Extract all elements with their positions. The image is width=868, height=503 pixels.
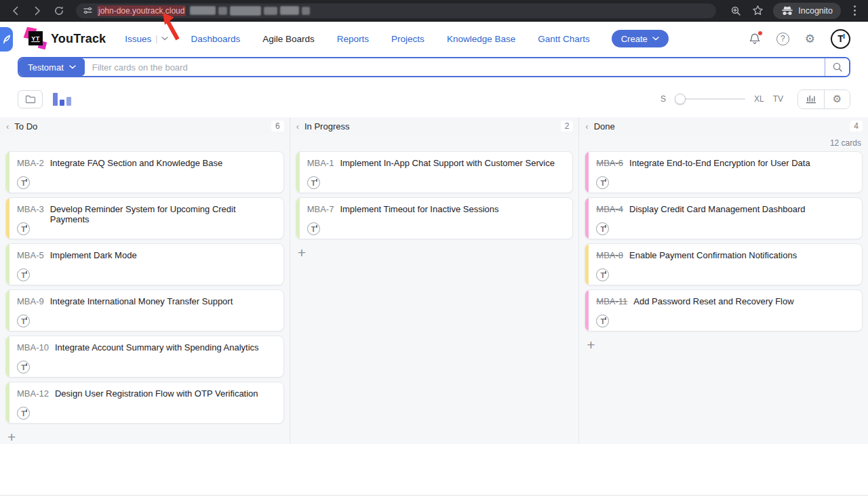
backlog-folder-button[interactable]: [18, 90, 43, 108]
card-MBA-6[interactable]: MBA-6Integrate End-to-End Encryption for…: [585, 151, 863, 193]
back-icon[interactable]: [7, 2, 24, 20]
assignee-avatar[interactable]: T: [17, 407, 30, 420]
edge-panel-tab[interactable]: [0, 27, 13, 52]
card-id[interactable]: MBA-7: [307, 204, 334, 214]
card-MBA-9[interactable]: MBA-9Integrate International Money Trans…: [5, 289, 284, 331]
card-id[interactable]: MBA-5: [17, 250, 44, 260]
card-id[interactable]: MBA-8: [596, 250, 623, 260]
assignee-avatar[interactable]: T: [307, 222, 320, 235]
assignee-avatar[interactable]: T: [596, 222, 609, 235]
chevron-down-icon: [69, 65, 76, 69]
add-card-button[interactable]: +: [296, 243, 311, 260]
card-row: MBA-12Design User Registration Flow with…: [6, 382, 283, 399]
assignee-avatar[interactable]: T: [17, 222, 30, 235]
card-MBA-10[interactable]: MBA-10Integrate Account Summary with Spe…: [5, 336, 284, 378]
add-card-button[interactable]: +: [5, 428, 20, 444]
card-title: Implement In-App Chat Support with Custo…: [340, 158, 554, 168]
card-row: MBA-7Implement Timeout for Inactive Sess…: [296, 198, 573, 214]
column-header-to-do[interactable]: ‹To Do6: [0, 117, 290, 135]
assignee-avatar[interactable]: T: [596, 268, 609, 281]
card-MBA-2[interactable]: MBA-2Integrate FAQ Section and Knowledge…: [5, 151, 284, 193]
card-MBA-3[interactable]: MBA-3Develop Reminder System for Upcomin…: [5, 197, 284, 239]
column-header-done[interactable]: ‹Done4: [578, 117, 868, 135]
card-size-min-label: S: [660, 94, 666, 104]
forward-icon[interactable]: [28, 2, 46, 20]
assignee-avatar[interactable]: T: [596, 176, 609, 189]
create-button[interactable]: Create: [612, 30, 669, 47]
assignee-avatar[interactable]: T: [17, 361, 30, 374]
card-id[interactable]: MBA-10: [17, 342, 49, 353]
column-title: In Progress: [304, 121, 349, 132]
card-id[interactable]: MBA-12: [17, 388, 49, 399]
notifications-bell-icon[interactable]: [749, 33, 761, 45]
card-id[interactable]: MBA-3: [17, 204, 44, 214]
assignee-avatar[interactable]: T: [17, 268, 30, 281]
slider-knob[interactable]: [675, 94, 686, 104]
card-row: MBA-10Integrate Account Summary with Spe…: [6, 336, 283, 353]
nav-item-knowledge-base[interactable]: Knowledge Base: [447, 34, 515, 44]
card-color-strip: [296, 152, 300, 193]
column-headers: ‹To Do6‹In Progress2‹Done4: [0, 117, 868, 135]
column-header-in-progress[interactable]: ‹In Progress2: [290, 117, 579, 135]
card-id[interactable]: MBA-6: [596, 158, 623, 168]
nav-item-label: Knowledge Base: [447, 34, 515, 44]
product-name: YouTrack: [51, 32, 106, 46]
address-bar[interactable]: john-doe.youtrack.cloud: [76, 3, 716, 18]
card-id[interactable]: MBA-4: [596, 204, 623, 214]
card-MBA-12[interactable]: MBA-12Design User Registration Flow with…: [5, 382, 284, 424]
card-id[interactable]: MBA-1: [307, 158, 334, 168]
board-settings-button[interactable]: ⚙: [824, 90, 850, 108]
nav-item-reports[interactable]: Reports: [337, 34, 369, 44]
view-controls: S XL TV ⚙: [18, 89, 850, 108]
collapse-column-icon[interactable]: ‹: [585, 121, 588, 132]
help-icon[interactable]: ?: [776, 33, 789, 45]
assignee-avatar[interactable]: T: [17, 315, 30, 327]
browser-menu-icon[interactable]: [848, 2, 861, 20]
filter-cards-input[interactable]: [85, 58, 825, 76]
nav-item-agile-boards[interactable]: Agile Boards: [262, 34, 315, 44]
chevron-down-icon[interactable]: [161, 37, 168, 41]
tv-mode-label[interactable]: TV: [773, 94, 783, 104]
chart-button[interactable]: [798, 90, 824, 108]
user-avatar[interactable]: T: [831, 29, 850, 49]
settings-gear-icon[interactable]: ⚙: [805, 33, 815, 45]
card-title: Enable Payment Confirmation Notification…: [629, 250, 797, 260]
card-id[interactable]: MBA-2: [17, 158, 44, 168]
card-MBA-7[interactable]: MBA-7Implement Timeout for Inactive Sess…: [296, 197, 574, 239]
card-MBA-8[interactable]: MBA-8Enable Payment Confirmation Notific…: [585, 243, 863, 285]
reload-icon[interactable]: [50, 2, 68, 20]
card-MBA-5[interactable]: MBA-5Implement Dark ModeT: [5, 243, 284, 285]
assignee-avatar[interactable]: T: [307, 176, 320, 189]
board-filter-bar: Testomat: [18, 57, 850, 77]
column-count-badge: 2: [561, 121, 574, 132]
add-card-button[interactable]: +: [585, 336, 599, 352]
incognito-badge[interactable]: Incognito: [773, 3, 841, 19]
board-selector-button[interactable]: Testomat: [19, 58, 85, 76]
nav-item-label: Dashboards: [191, 34, 240, 44]
assignee-avatar[interactable]: T: [596, 315, 609, 327]
nav-item-projects[interactable]: Projects: [391, 34, 425, 44]
incognito-label: Incognito: [798, 6, 833, 16]
collapse-column-icon[interactable]: ‹: [296, 121, 299, 132]
chart-view-toggle-icon[interactable]: [53, 93, 71, 106]
bookmark-star-icon[interactable]: [749, 2, 766, 20]
card-MBA-4[interactable]: MBA-4Display Credit Card Management Dash…: [585, 197, 863, 239]
youtrack-logo[interactable]: YT: [27, 30, 45, 47]
card-size-slider[interactable]: [675, 94, 745, 104]
assignee-avatar[interactable]: T: [17, 176, 30, 189]
card-color-strip: [585, 244, 589, 285]
card-id[interactable]: MBA-11: [596, 296, 627, 306]
card-id[interactable]: MBA-9: [17, 296, 44, 306]
card-MBA-1[interactable]: MBA-1Implement In-App Chat Support with …: [296, 151, 574, 193]
nav-item-issues[interactable]: Issues|: [125, 34, 168, 44]
card-MBA-11[interactable]: MBA-11Add Password Reset and Recovery Fl…: [585, 289, 863, 331]
nav-item-label: Projects: [391, 34, 425, 44]
site-info-icon[interactable]: [83, 5, 93, 16]
redacted-url-segment: [190, 6, 310, 16]
url-text[interactable]: john-doe.youtrack.cloud: [97, 5, 186, 16]
nav-item-gantt-charts[interactable]: Gantt Charts: [538, 34, 590, 44]
nav-item-dashboards[interactable]: Dashboards: [191, 34, 240, 44]
collapse-column-icon[interactable]: ‹: [6, 121, 9, 132]
search-button[interactable]: [825, 58, 849, 76]
zoom-page-icon[interactable]: [727, 2, 745, 20]
